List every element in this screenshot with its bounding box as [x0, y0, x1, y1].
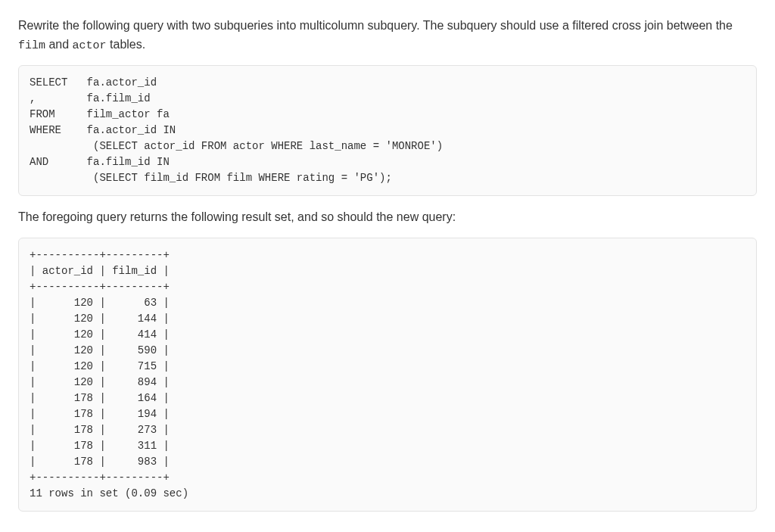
- intro-paragraph: Rewrite the following query with two sub…: [18, 17, 757, 54]
- result-set-block: +----------+---------+ | actor_id | film…: [18, 238, 757, 512]
- inline-code-film: film: [18, 39, 45, 52]
- inline-code-actor: actor: [73, 39, 107, 52]
- middle-paragraph: The foregoing query returns the followin…: [18, 208, 757, 227]
- intro-text-2: and: [45, 38, 73, 51]
- sql-query-block: SELECT fa.actor_id , fa.film_id FROM fil…: [18, 65, 757, 196]
- intro-text-3: tables.: [107, 38, 146, 51]
- intro-text-1: Rewrite the following query with two sub…: [18, 19, 733, 32]
